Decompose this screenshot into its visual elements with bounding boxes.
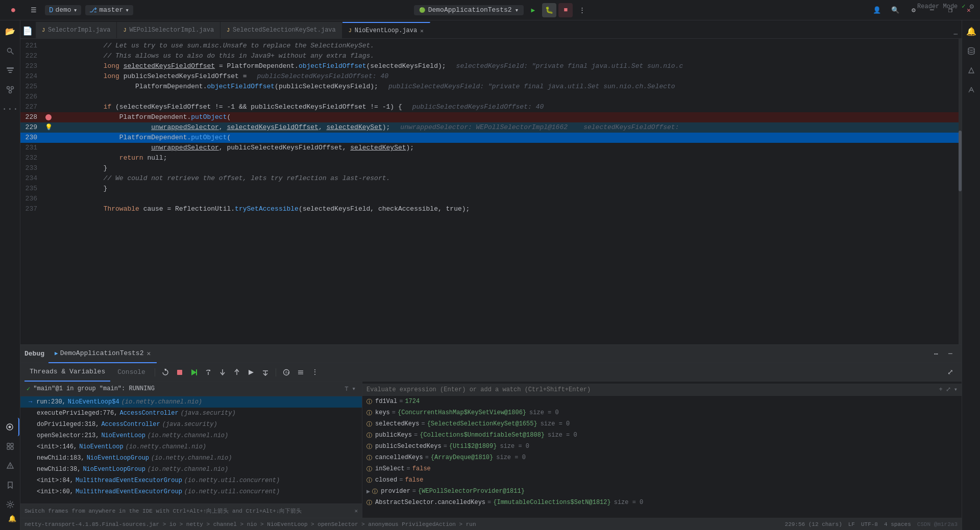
debug-session-close[interactable]: ✕ — [146, 349, 151, 358]
eval-expand-icon[interactable]: ⤢ — [946, 386, 951, 393]
line-num-226: 226 — [20, 92, 43, 102]
sidebar-item-more[interactable]: ··· — [1, 100, 19, 118]
eval-add-watch-icon[interactable]: + — [939, 386, 943, 393]
branch-selector[interactable]: ⎇ master ▾ — [85, 5, 133, 15]
line-code-230: PlatformDependent.putObject( — [54, 133, 962, 143]
status-spaces[interactable]: 4 spaces — [884, 521, 911, 527]
frame-name-0: run:230, — [36, 398, 66, 406]
sidebar-item-settings[interactable] — [1, 495, 19, 514]
sidebar-item-bookmarks[interactable] — [1, 476, 19, 494]
thread-status-icon: ✓ — [27, 385, 30, 393]
run-config-name: DemoApplicationTests2 — [428, 6, 512, 14]
debug-run-button[interactable]: 🐛 — [542, 3, 556, 17]
debug-minimize[interactable]: ─ — [943, 347, 958, 361]
sidebar-item-structure[interactable] — [1, 61, 19, 80]
title-bar: ● ☰ D demo ▾ ⎇ master ▾ 🟢 DemoApplicatio… — [0, 0, 980, 20]
sidebar-item-folder[interactable]: 📂 — [1, 22, 19, 41]
debug-drop-frame-btn[interactable] — [259, 366, 272, 378]
status-position[interactable]: 229:56 (12 chars) — [785, 521, 842, 527]
right-notifications[interactable]: 🔔 — [962, 22, 981, 41]
var-expand-provider[interactable]: ▶ — [366, 488, 370, 495]
debug-stop-btn[interactable] — [174, 366, 186, 378]
stop-button[interactable]: ■ — [558, 3, 573, 17]
var-value-publickeys: {Collections$UnmodifiableSet@1808} — [420, 432, 545, 439]
status-breadcrumb[interactable]: netty-transport-4.1.85.Final-sources.jar… — [24, 521, 476, 527]
stack-frame-1[interactable]: executePrivileged:776, AccessController … — [20, 408, 362, 419]
right-maven[interactable] — [962, 81, 981, 99]
sidebar-item-gradle[interactable] — [1, 437, 19, 456]
stack-frame-5[interactable]: newChild:183, NioEventLoopGroup (io.nett… — [20, 452, 362, 464]
debug-more-btn[interactable]: ⋮ — [309, 366, 321, 378]
tab-overflow[interactable]: ⋯ — [949, 30, 962, 38]
var-row-keys: ⓘ keys = {ConcurrentHashMap$KeySetView@1… — [362, 407, 962, 418]
status-charset[interactable]: UTF-8 — [861, 521, 878, 527]
thread-dropdown-icon[interactable]: ▾ — [352, 385, 356, 393]
tab-selectedselectionkeyset[interactable]: J SelectedSelectionKeySet.java — [220, 22, 342, 38]
debug-panel: Debug ▶ DemoApplicationTests2 ✕ ⋯ ─ Thre… — [20, 344, 962, 518]
status-encoding[interactable]: LF — [848, 521, 855, 527]
debug-stream-trace-btn[interactable] — [295, 366, 307, 378]
gutter-233 — [43, 163, 54, 173]
editor-scrollbar[interactable] — [959, 39, 962, 344]
debug-step-over-btn[interactable] — [202, 366, 214, 378]
debug-restore-btn[interactable]: ⤢ — [943, 365, 958, 380]
debug-session-tab[interactable]: ▶ DemoApplicationTests2 ✕ — [48, 345, 157, 363]
code-line-224: 224 long publicSelectedKeysFieldOffset =… — [20, 71, 962, 82]
eval-dropdown-icon[interactable]: ▾ — [954, 386, 958, 393]
debug-rerun-btn[interactable] — [159, 366, 172, 378]
debug-step-into-btn[interactable] — [216, 366, 229, 378]
sidebar-item-vcs[interactable] — [1, 81, 19, 99]
stack-frame-0[interactable]: → run:230, NioEventLoop$4 (io.netty.chan… — [20, 396, 362, 408]
debug-step-out-btn[interactable] — [231, 366, 243, 378]
debug-tab-threads-variables[interactable]: Threads & Variables — [24, 363, 110, 382]
right-database[interactable] — [962, 42, 981, 60]
svg-rect-4 — [9, 72, 12, 73]
stack-frame-6[interactable]: newChild:38, NioEventLoopGroup (io.netty… — [20, 464, 362, 475]
debug-tab-console[interactable]: Console — [112, 363, 151, 382]
debug-run-to-cursor-btn[interactable] — [245, 366, 257, 378]
tab-selectorimpl[interactable]: J SelectorImpl.java — [36, 22, 117, 38]
var-row-provider[interactable]: ▶ ⓘ provider = {WEPollSelectorProvider@1… — [362, 486, 962, 497]
tab-nioeventloop[interactable]: J NioEventLoop.java ✕ — [342, 22, 430, 38]
app-logo[interactable]: ● — [4, 1, 22, 19]
more-run-options[interactable]: ⋮ — [575, 3, 589, 17]
hamburger-menu[interactable]: ☰ — [27, 3, 41, 17]
var-equals-abstractselector: = — [487, 499, 491, 506]
debug-more-options[interactable]: ⋯ — [929, 347, 943, 361]
tab-close-nioeventloop[interactable]: ✕ — [420, 28, 424, 34]
frame-pkg-8: (io.netty.util.concurrent) — [184, 488, 280, 495]
frame-class-7: MultithreadEventExecutorGroup — [76, 477, 182, 484]
filter-icon[interactable]: ⊤ — [345, 385, 349, 393]
stack-frame-8[interactable]: <init>:60, MultithreadEventExecutorGroup… — [20, 486, 362, 497]
stack-frame-3[interactable]: openSelector:213, NioEventLoop (io.netty… — [20, 430, 362, 441]
hint-close-btn[interactable]: ✕ — [354, 508, 358, 514]
code-editor: 221 // Let us try to use sun.misc.Unsafe… — [20, 39, 962, 344]
sidebar-item-debug[interactable] — [1, 418, 19, 436]
var-row-abstractselector: ⓘ AbstractSelector.cancelledKeys = {Immu… — [362, 497, 962, 508]
var-meta-keys: size = 0 — [529, 409, 559, 416]
editor-scrollbar-thumb[interactable] — [959, 131, 962, 192]
debug-eval-btn[interactable]: fx — [280, 366, 292, 378]
breakpoint-228[interactable] — [45, 114, 52, 120]
right-gradle-tool[interactable] — [962, 61, 981, 80]
tab-wepollselectorimpl[interactable]: J WEPollSelectorImpl.java — [117, 22, 220, 38]
stack-frame-2[interactable]: doPrivileged:318, AccessController (java… — [20, 419, 362, 430]
svg-rect-14 — [7, 447, 10, 449]
stack-frame-4[interactable]: <init>:146, NioEventLoop (io.netty.chann… — [20, 441, 362, 452]
project-selector[interactable]: D demo ▾ — [45, 5, 81, 15]
eval-input[interactable] — [366, 386, 936, 393]
debug-tab-console-label: Console — [117, 368, 145, 376]
stack-frame-7[interactable]: <init>:84, MultithreadEventExecutorGroup… — [20, 475, 362, 486]
code-content[interactable]: 221 // Let us try to use sun.misc.Unsafe… — [20, 39, 962, 344]
sidebar-item-search[interactable] — [1, 42, 19, 60]
run-config[interactable]: 🟢 DemoApplicationTests2 ▾ — [414, 5, 524, 15]
run-button[interactable]: ▶ — [526, 3, 540, 17]
notification-bell[interactable]: 🔔 — [8, 515, 16, 523]
debug-resume-btn[interactable] — [188, 366, 200, 378]
sidebar-item-problems[interactable] — [1, 457, 19, 475]
new-tab-icon[interactable]: 📄 — [20, 24, 35, 38]
user-icon[interactable]: 👤 — [870, 3, 884, 17]
search-everywhere-button[interactable]: 🔍 — [888, 3, 902, 17]
frame-name-3: openSelector:213, — [37, 432, 99, 439]
gutter-224 — [43, 71, 54, 82]
